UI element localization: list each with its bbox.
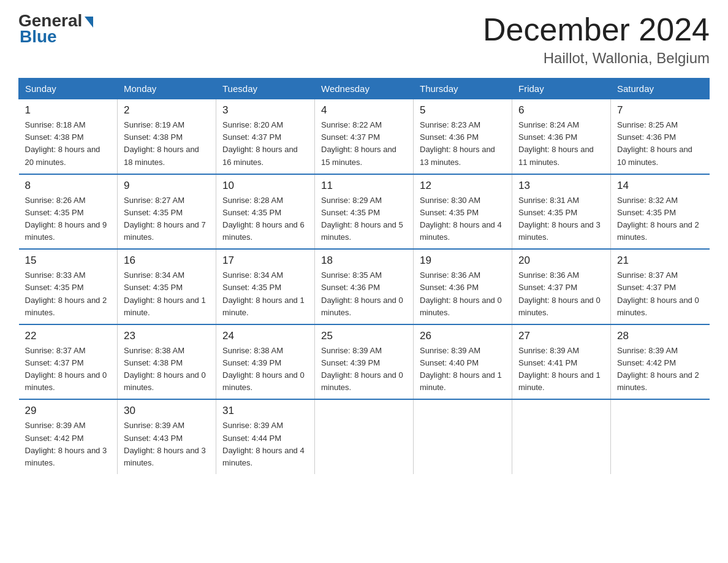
day-number: 13 xyxy=(518,180,604,192)
day-number: 28 xyxy=(617,330,703,342)
day-number: 21 xyxy=(617,255,703,267)
calendar-cell: 31 Sunrise: 8:39 AMSunset: 4:44 PMDaylig… xyxy=(216,399,315,474)
day-info: Sunrise: 8:22 AMSunset: 4:37 PMDaylight:… xyxy=(321,120,396,166)
calendar-week-row: 22 Sunrise: 8:37 AMSunset: 4:37 PMDaylig… xyxy=(19,324,710,400)
title-block: December 2024 Haillot, Wallonia, Belgium xyxy=(483,12,710,67)
day-info: Sunrise: 8:39 AMSunset: 4:42 PMDaylight:… xyxy=(617,346,699,392)
day-number: 31 xyxy=(222,405,308,417)
header-wednesday: Wednesday xyxy=(315,79,414,99)
page-header: General Blue December 2024 Haillot, Wall… xyxy=(18,12,710,67)
day-info: Sunrise: 8:39 AMSunset: 4:43 PMDaylight:… xyxy=(124,421,206,467)
calendar-cell: 14 Sunrise: 8:32 AMSunset: 4:35 PMDaylig… xyxy=(611,174,710,250)
calendar-week-row: 15 Sunrise: 8:33 AMSunset: 4:35 PMDaylig… xyxy=(19,249,710,324)
calendar-cell: 5 Sunrise: 8:23 AMSunset: 4:36 PMDayligh… xyxy=(414,99,512,174)
day-number: 7 xyxy=(617,104,703,117)
day-info: Sunrise: 8:39 AMSunset: 4:41 PMDaylight:… xyxy=(518,346,601,392)
day-info: Sunrise: 8:39 AMSunset: 4:42 PMDaylight:… xyxy=(25,421,107,467)
calendar-cell: 25 Sunrise: 8:39 AMSunset: 4:39 PMDaylig… xyxy=(315,324,414,400)
day-info: Sunrise: 8:39 AMSunset: 4:44 PMDaylight:… xyxy=(222,421,305,467)
calendar-cell: 3 Sunrise: 8:20 AMSunset: 4:37 PMDayligh… xyxy=(216,99,315,174)
calendar-table: SundayMondayTuesdayWednesdayThursdayFrid… xyxy=(18,78,710,474)
calendar-cell: 11 Sunrise: 8:29 AMSunset: 4:35 PMDaylig… xyxy=(315,174,414,250)
day-number: 1 xyxy=(25,104,112,117)
day-number: 6 xyxy=(518,104,604,117)
day-info: Sunrise: 8:29 AMSunset: 4:35 PMDaylight:… xyxy=(321,196,403,242)
day-number: 22 xyxy=(25,330,112,342)
day-info: Sunrise: 8:20 AMSunset: 4:37 PMDaylight:… xyxy=(222,120,298,166)
header-tuesday: Tuesday xyxy=(216,79,315,99)
calendar-cell: 19 Sunrise: 8:36 AMSunset: 4:36 PMDaylig… xyxy=(414,249,512,324)
day-info: Sunrise: 8:26 AMSunset: 4:35 PMDaylight:… xyxy=(25,196,107,242)
day-info: Sunrise: 8:18 AMSunset: 4:38 PMDaylight:… xyxy=(25,120,100,166)
day-number: 27 xyxy=(518,330,604,342)
day-number: 25 xyxy=(321,330,407,342)
day-info: Sunrise: 8:35 AMSunset: 4:36 PMDaylight:… xyxy=(321,270,403,316)
logo-arrow-icon xyxy=(85,17,93,28)
day-info: Sunrise: 8:34 AMSunset: 4:35 PMDaylight:… xyxy=(222,270,305,316)
calendar-cell: 28 Sunrise: 8:39 AMSunset: 4:42 PMDaylig… xyxy=(611,324,710,400)
header-monday: Monday xyxy=(118,79,216,99)
day-info: Sunrise: 8:37 AMSunset: 4:37 PMDaylight:… xyxy=(25,346,107,392)
header-saturday: Saturday xyxy=(611,79,710,99)
day-number: 5 xyxy=(420,104,506,117)
calendar-cell: 26 Sunrise: 8:39 AMSunset: 4:40 PMDaylig… xyxy=(414,324,512,400)
day-info: Sunrise: 8:36 AMSunset: 4:36 PMDaylight:… xyxy=(420,270,502,316)
calendar-cell: 12 Sunrise: 8:30 AMSunset: 4:35 PMDaylig… xyxy=(414,174,512,250)
day-number: 17 xyxy=(222,255,308,267)
calendar-cell: 29 Sunrise: 8:39 AMSunset: 4:42 PMDaylig… xyxy=(19,399,118,474)
day-number: 18 xyxy=(321,255,407,267)
day-info: Sunrise: 8:32 AMSunset: 4:35 PMDaylight:… xyxy=(617,196,699,242)
calendar-cell: 13 Sunrise: 8:31 AMSunset: 4:35 PMDaylig… xyxy=(512,174,611,250)
day-number: 3 xyxy=(222,104,308,117)
calendar-week-row: 8 Sunrise: 8:26 AMSunset: 4:35 PMDayligh… xyxy=(19,174,710,250)
day-number: 20 xyxy=(518,255,604,267)
calendar-header-row: SundayMondayTuesdayWednesdayThursdayFrid… xyxy=(19,79,710,99)
day-info: Sunrise: 8:33 AMSunset: 4:35 PMDaylight:… xyxy=(25,270,107,316)
day-number: 23 xyxy=(124,330,210,342)
day-number: 30 xyxy=(124,405,210,417)
calendar-cell: 30 Sunrise: 8:39 AMSunset: 4:43 PMDaylig… xyxy=(118,399,216,474)
calendar-week-row: 29 Sunrise: 8:39 AMSunset: 4:42 PMDaylig… xyxy=(19,399,710,474)
day-info: Sunrise: 8:24 AMSunset: 4:36 PMDaylight:… xyxy=(518,120,594,166)
header-thursday: Thursday xyxy=(414,79,512,99)
calendar-cell: 15 Sunrise: 8:33 AMSunset: 4:35 PMDaylig… xyxy=(19,249,118,324)
month-year-title: December 2024 xyxy=(483,12,710,47)
logo: General Blue xyxy=(18,12,93,47)
location-subtitle: Haillot, Wallonia, Belgium xyxy=(483,50,710,67)
header-friday: Friday xyxy=(512,79,611,99)
calendar-cell xyxy=(414,399,512,474)
day-info: Sunrise: 8:28 AMSunset: 4:35 PMDaylight:… xyxy=(222,196,305,242)
day-info: Sunrise: 8:23 AMSunset: 4:36 PMDaylight:… xyxy=(420,120,495,166)
day-number: 8 xyxy=(25,180,112,192)
day-number: 16 xyxy=(124,255,210,267)
day-info: Sunrise: 8:36 AMSunset: 4:37 PMDaylight:… xyxy=(518,270,601,316)
day-number: 12 xyxy=(420,180,506,192)
day-info: Sunrise: 8:38 AMSunset: 4:38 PMDaylight:… xyxy=(124,346,206,392)
calendar-cell: 24 Sunrise: 8:38 AMSunset: 4:39 PMDaylig… xyxy=(216,324,315,400)
day-info: Sunrise: 8:39 AMSunset: 4:39 PMDaylight:… xyxy=(321,346,403,392)
calendar-cell: 4 Sunrise: 8:22 AMSunset: 4:37 PMDayligh… xyxy=(315,99,414,174)
day-info: Sunrise: 8:25 AMSunset: 4:36 PMDaylight:… xyxy=(617,120,692,166)
calendar-cell: 23 Sunrise: 8:38 AMSunset: 4:38 PMDaylig… xyxy=(118,324,216,400)
day-info: Sunrise: 8:37 AMSunset: 4:37 PMDaylight:… xyxy=(617,270,699,316)
calendar-cell: 10 Sunrise: 8:28 AMSunset: 4:35 PMDaylig… xyxy=(216,174,315,250)
calendar-week-row: 1 Sunrise: 8:18 AMSunset: 4:38 PMDayligh… xyxy=(19,99,710,174)
day-number: 24 xyxy=(222,330,308,342)
calendar-cell: 20 Sunrise: 8:36 AMSunset: 4:37 PMDaylig… xyxy=(512,249,611,324)
day-number: 14 xyxy=(617,180,703,192)
day-info: Sunrise: 8:31 AMSunset: 4:35 PMDaylight:… xyxy=(518,196,601,242)
calendar-cell: 6 Sunrise: 8:24 AMSunset: 4:36 PMDayligh… xyxy=(512,99,611,174)
day-info: Sunrise: 8:34 AMSunset: 4:35 PMDaylight:… xyxy=(124,270,206,316)
day-number: 4 xyxy=(321,104,407,117)
calendar-cell: 2 Sunrise: 8:19 AMSunset: 4:38 PMDayligh… xyxy=(118,99,216,174)
calendar-cell: 8 Sunrise: 8:26 AMSunset: 4:35 PMDayligh… xyxy=(19,174,118,250)
day-number: 10 xyxy=(222,180,308,192)
calendar-cell: 22 Sunrise: 8:37 AMSunset: 4:37 PMDaylig… xyxy=(19,324,118,400)
calendar-cell: 1 Sunrise: 8:18 AMSunset: 4:38 PMDayligh… xyxy=(19,99,118,174)
day-number: 29 xyxy=(25,405,112,417)
logo-blue-text: Blue xyxy=(20,27,57,47)
day-info: Sunrise: 8:39 AMSunset: 4:40 PMDaylight:… xyxy=(420,346,502,392)
calendar-cell xyxy=(512,399,611,474)
calendar-cell xyxy=(611,399,710,474)
calendar-cell: 9 Sunrise: 8:27 AMSunset: 4:35 PMDayligh… xyxy=(118,174,216,250)
